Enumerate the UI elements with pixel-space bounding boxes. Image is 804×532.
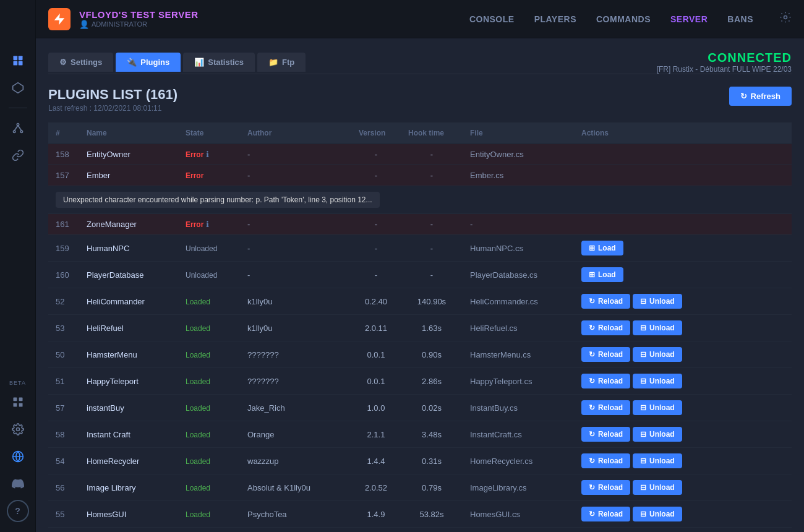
content-area: ⚙ Settings 🔌 Plugins 📊 Statistics 📁 Ftp …	[36, 38, 804, 532]
sidebar-item-nodes[interactable]	[7, 117, 29, 139]
plugin-file: HeliRefuel.cs	[463, 315, 574, 341]
col-header-state: State	[178, 122, 240, 144]
plugin-num: 160	[48, 262, 79, 288]
reload-button[interactable]: ↻ Reload	[581, 453, 630, 468]
nav-settings-icon[interactable]	[779, 11, 792, 27]
plugin-hooktime: -	[401, 262, 463, 288]
plugin-name: instantBuy	[79, 395, 178, 421]
unload-button[interactable]: ⊟ Unload	[633, 507, 682, 521]
sidebar-item-dashboard[interactable]	[7, 49, 29, 72]
table-row: 50 HamsterMenu Loaded ??????? 0.0.1 0.90…	[48, 341, 792, 368]
unload-button[interactable]: ⊟ Unload	[633, 294, 682, 309]
plugin-version: -	[351, 165, 401, 186]
reload-icon: ↻	[589, 297, 595, 306]
tooltip-cell: Unexpected character encountered while p…	[48, 186, 792, 214]
plugin-hooktime: 140.90s	[401, 288, 463, 315]
reload-button[interactable]: ↻ Reload	[581, 374, 630, 388]
svg-rect-10	[13, 398, 17, 401]
info-icon[interactable]: ℹ	[206, 150, 209, 159]
plugin-num: 56	[48, 474, 79, 501]
plugin-author: wazzzup	[240, 448, 351, 474]
load-button[interactable]: ⊞ Load	[581, 241, 623, 255]
nav-players[interactable]: PLAYERS	[534, 14, 576, 24]
reload-button[interactable]: ↻ Reload	[581, 507, 630, 521]
plugin-author: Wulf/lukespragg	[240, 528, 351, 533]
svg-point-7	[20, 131, 22, 132]
navbar: VFLOYD'S TEST SERVER 👤 ADMINISTRATOR CON…	[36, 0, 804, 38]
unload-icon: ⊟	[640, 403, 646, 412]
plugin-state: Errorℹ	[178, 144, 240, 165]
sidebar-item-layers[interactable]	[7, 77, 29, 99]
plugin-num: 161	[48, 214, 79, 235]
table-row: 53 HeliRefuel Loaded k1lly0u 2.0.11 1.63…	[48, 315, 792, 341]
plugin-state: Loaded	[178, 341, 240, 368]
reload-button[interactable]: ↻ Reload	[581, 480, 630, 495]
plugin-state: Loaded	[178, 448, 240, 474]
reload-button[interactable]: ↻ Reload	[581, 427, 630, 442]
plugin-author: Jake_Rich	[240, 395, 351, 421]
plugin-hooktime: 53.82s	[401, 501, 463, 528]
refresh-button[interactable]: ↻ Refresh	[729, 87, 792, 106]
plugin-num: 54	[48, 448, 79, 474]
unload-icon: ⊟	[640, 324, 646, 332]
brand-name: VFLOYD'S TEST SERVER	[79, 9, 199, 20]
tab-settings[interactable]: ⚙ Settings	[48, 53, 113, 72]
unload-button[interactable]: ⊟ Unload	[633, 320, 682, 335]
table-row: 157 Ember Error - - - Ember.cs	[48, 165, 792, 186]
nav-console[interactable]: CONSOLE	[469, 14, 515, 24]
plugin-actions: ↻ Reload⊟ Unload	[574, 448, 792, 474]
plugin-name: Ember	[79, 165, 178, 186]
unload-button[interactable]: ⊟ Unload	[633, 453, 682, 468]
reload-button[interactable]: ↻ Reload	[581, 294, 630, 309]
svg-point-6	[13, 131, 15, 132]
plugin-author: k1lly0u	[240, 288, 351, 315]
brand-role: 👤 ADMINISTRATOR	[79, 20, 199, 29]
col-header-file: File	[463, 122, 574, 144]
plugin-hooktime: 0.31s	[401, 448, 463, 474]
info-icon[interactable]: ℹ	[206, 220, 209, 229]
plugin-hooktime: 0.01s	[401, 528, 463, 533]
sidebar-item-discord[interactable]	[7, 473, 29, 495]
plugin-state: Loaded	[178, 288, 240, 315]
table-row: 51 HappyTeleport Loaded ??????? 0.0.1 2.…	[48, 368, 792, 395]
col-header-hooktime: Hook time	[401, 122, 463, 144]
plugin-version: 0.2.40	[351, 288, 401, 315]
plugin-author: -	[240, 214, 351, 235]
reload-button[interactable]: ↻ Reload	[581, 347, 630, 362]
unload-button[interactable]: ⊟ Unload	[633, 480, 682, 495]
reload-button[interactable]: ↻ Reload	[581, 400, 630, 415]
nav-bans[interactable]: BANS	[727, 14, 753, 24]
plugin-author: Absolut & K1lly0u	[240, 474, 351, 501]
table-row: 158 EntityOwner Errorℹ - - - EntityOwner…	[48, 144, 792, 165]
plugin-num: 158	[48, 144, 79, 165]
nav-commands[interactable]: COMMANDS	[596, 14, 651, 24]
unload-button[interactable]: ⊟ Unload	[633, 400, 682, 415]
unload-button[interactable]: ⊟ Unload	[633, 374, 682, 388]
unload-button[interactable]: ⊟ Unload	[633, 347, 682, 362]
nav-server[interactable]: SERVER	[670, 14, 708, 24]
tab-ftp[interactable]: 📁 Ftp	[257, 53, 306, 72]
reload-icon: ↻	[589, 350, 595, 359]
tab-statistics[interactable]: 📊 Statistics	[183, 53, 255, 72]
load-button[interactable]: ⊞ Load	[581, 267, 623, 282]
svg-rect-1	[18, 56, 22, 61]
table-row: 54 HomeRecycler Loaded wazzzup 1.4.4 0.3…	[48, 448, 792, 474]
plugin-file: HomesGUI.cs	[463, 501, 574, 528]
sidebar-item-help[interactable]: ?	[7, 500, 29, 522]
sidebar-item-grid[interactable]	[7, 391, 29, 413]
col-header-actions: Actions	[574, 122, 792, 144]
sidebar-item-settings[interactable]	[7, 418, 29, 440]
unload-button[interactable]: ⊟ Unload	[633, 427, 682, 442]
sidebar-item-global[interactable]	[7, 445, 29, 468]
plugin-author: -	[240, 165, 351, 186]
settings-icon: ⚙	[59, 58, 67, 67]
reload-button[interactable]: ↻ Reload	[581, 320, 630, 335]
plugin-actions	[574, 144, 792, 165]
svg-line-8	[14, 126, 18, 131]
tooltip-row: Unexpected character encountered while p…	[48, 186, 792, 214]
plugin-num: 157	[48, 165, 79, 186]
table-row: 57 instantBuy Loaded Jake_Rich 1.0.0 0.0…	[48, 395, 792, 421]
plugin-hooktime: 1.63s	[401, 315, 463, 341]
tab-plugins[interactable]: 🔌 Plugins	[116, 53, 181, 72]
sidebar-item-connect[interactable]	[7, 144, 29, 166]
